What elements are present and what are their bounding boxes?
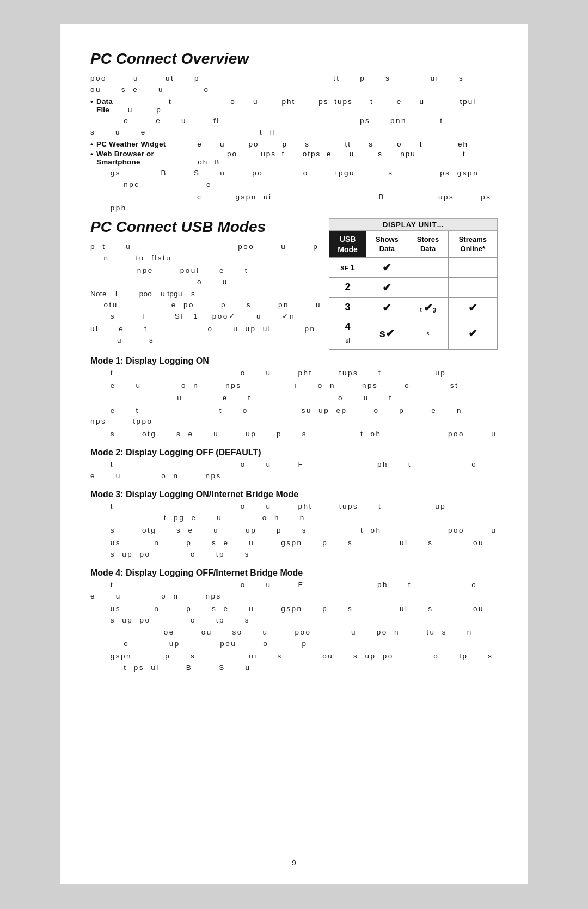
col-header-usb-mode: USBMode bbox=[329, 231, 366, 257]
mode4-line-4: gspn p s ui s ou s up po o tp s t ps ui … bbox=[90, 651, 498, 674]
usb-note-line: Note i poo u tpgu s bbox=[90, 290, 323, 298]
stores-cell-1 bbox=[408, 257, 448, 277]
mode1-line-2: e u o n nps i o n nps o st bbox=[90, 380, 498, 392]
mode1-line-4: e t t o su up ep o p e n nps tppo bbox=[90, 405, 498, 428]
usb-line-2: npe poui e t o u bbox=[90, 265, 323, 288]
usb-table-wrapper: DISPLAY UNIT... USBMode ShowsData Stores… bbox=[329, 218, 498, 349]
table-row: 2 ✔ bbox=[329, 277, 498, 297]
usb-line-1: p t u poo u p n tu flstu bbox=[90, 241, 323, 264]
shows-cell-3: ✔ bbox=[366, 297, 408, 318]
bullet-rest-web-browser: po ups t otps e u s npu t oh B bbox=[198, 150, 498, 166]
bullet-rest-data-file: t o u pht ps tups t e u tpui u p bbox=[128, 97, 498, 114]
usb-modes-text-block: p t u poo u p n tu flstu npe poui e t o … bbox=[90, 241, 323, 346]
mode-cell-2: 2 bbox=[329, 277, 366, 297]
stores-cell-3: t ✔g bbox=[408, 297, 448, 318]
mode1-heading: Mode 1: Display Logging ON bbox=[90, 356, 498, 366]
mode3-line-2: s otg s e u up p s t oh poo u bbox=[90, 525, 498, 536]
mode1-line-1: t o u pht tups t up bbox=[90, 368, 498, 379]
mode-cell-1: SF 1 bbox=[329, 257, 366, 277]
streams-cell-4: ✔ bbox=[448, 318, 497, 349]
usb-line-otu: otu e po p s pn u s F SF 1 poo✓ u ✓n bbox=[90, 300, 323, 322]
mode3-line-1: t o u pht tups t up t pg e u o n n bbox=[90, 501, 498, 524]
section-overview-title: PC Connect Overview bbox=[90, 50, 498, 68]
overview-sub1: o e u fl ps pnn t s u e t fl bbox=[90, 115, 498, 138]
streams-cell-2 bbox=[448, 277, 497, 297]
page-number: 9 bbox=[292, 858, 296, 867]
bullet-web-browser: • Web Browser or Smartphone po ups t otp… bbox=[90, 150, 498, 166]
bullet-label-pc-weather: PC Weather Widget bbox=[96, 140, 166, 148]
mode4-line-2: us n p s e u gspn p s ui s ou s up po o … bbox=[90, 603, 498, 626]
bullet-pc-weather: • PC Weather Widget e u po p s tt s o t … bbox=[90, 140, 498, 148]
mode4-line-3: oe ou so u poo u po n tu s n o up pou o … bbox=[90, 627, 498, 650]
section-usb-modes: PC Connect USB Modes DISPLAY UNIT... USB… bbox=[90, 218, 498, 674]
overview-line-gs: gs B S u po o tpgu s ps gspn npc e bbox=[90, 168, 498, 191]
streams-cell-3: ✔ bbox=[448, 297, 497, 318]
mode-cell-4: 4ui bbox=[329, 318, 366, 349]
stores-cell-2 bbox=[408, 277, 448, 297]
streams-cell-1 bbox=[448, 257, 497, 277]
shows-cell-2: ✔ bbox=[366, 277, 408, 297]
usb-modes-table: USBMode ShowsData StoresData StreamsOnli… bbox=[329, 231, 498, 349]
bullet-dot-3: • bbox=[90, 150, 93, 158]
overview-line-c: c gspn ui B ups ps pph bbox=[90, 192, 498, 215]
mode-cell-3: 3 bbox=[329, 297, 366, 318]
bullet-dot-2: • bbox=[90, 140, 93, 148]
mode4-section: Mode 4: Display Logging OFF/Internet Bri… bbox=[90, 568, 498, 674]
mode3-line-3: us n p s e u gspn p s ui s ou s up po o … bbox=[90, 538, 498, 560]
mode4-heading: Mode 4: Display Logging OFF/Internet Bri… bbox=[90, 568, 498, 578]
shows-cell-1: ✔ bbox=[366, 257, 408, 277]
mode1-section: Mode 1: Display Logging ON t o u pht tup… bbox=[90, 356, 498, 441]
bullet-rest-pc-weather: e u po p s tt s o t eh bbox=[168, 140, 468, 148]
bullet-label-web-browser: Web Browser or Smartphone bbox=[96, 150, 195, 166]
page: PC Connect Overview poo u ut p tt p s ui… bbox=[60, 24, 528, 884]
mode2-heading: Mode 2: Display Logging OFF (DEFAULT) bbox=[90, 448, 498, 457]
col-header-shows-data: ShowsData bbox=[366, 231, 408, 257]
table-row: 4ui s✔ s ✔ bbox=[329, 318, 498, 349]
mode2-line-1: t o u F ph t o e u o n nps bbox=[90, 459, 498, 482]
mode1-line-5: s otg s e u up p s t oh poo u bbox=[90, 429, 498, 440]
bullet-dot-1: • bbox=[90, 97, 93, 106]
table-row: SF 1 ✔ bbox=[329, 257, 498, 277]
col-header-stores-data: StoresData bbox=[408, 231, 448, 257]
stores-cell-4: s bbox=[408, 318, 448, 349]
bullet-label-data-file: Data File bbox=[96, 97, 126, 114]
shows-cell-4: s✔ bbox=[366, 318, 408, 349]
usb-line-ui: ui e t o u up ui pn u s bbox=[90, 324, 323, 346]
mode3-heading: Mode 3: Display Logging ON/Internet Brid… bbox=[90, 490, 498, 499]
col-header-streams-online: StreamsOnline* bbox=[448, 231, 497, 257]
display-unit-header: DISPLAY UNIT... bbox=[329, 218, 498, 231]
mode2-section: Mode 2: Display Logging OFF (DEFAULT) t … bbox=[90, 448, 498, 482]
mode1-line-3: u e t o u t bbox=[90, 393, 498, 404]
overview-line-1: poo u ut p tt p s ui s ou s e u o bbox=[90, 73, 498, 96]
section-overview: PC Connect Overview poo u ut p tt p s ui… bbox=[90, 50, 498, 214]
bullet-data-file: • Data File t o u pht ps tups t e u tpui… bbox=[90, 97, 498, 114]
table-row: 3 ✔ t ✔g ✔ bbox=[329, 297, 498, 318]
mode4-line-1: t o u F ph t o e u o n nps bbox=[90, 579, 498, 602]
mode3-section: Mode 3: Display Logging ON/Internet Brid… bbox=[90, 490, 498, 560]
